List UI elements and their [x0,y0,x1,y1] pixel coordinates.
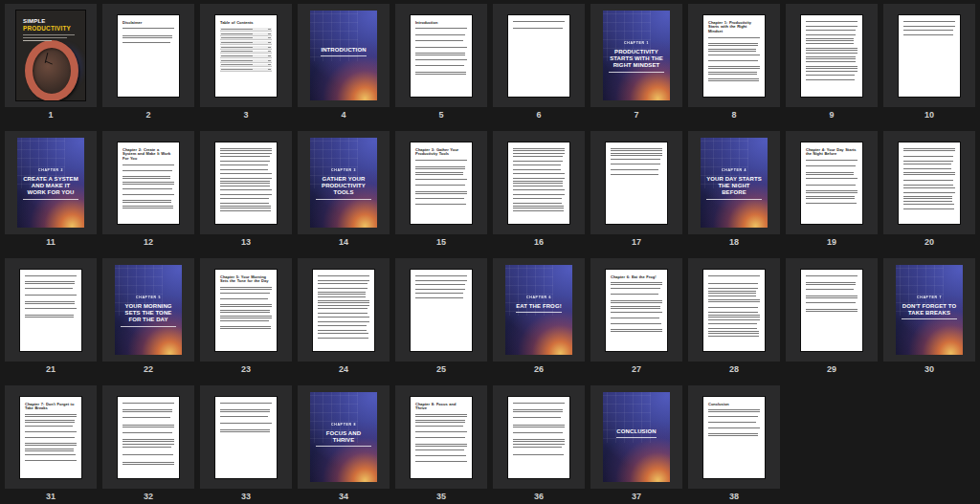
chapter-number-label: CHAPTER 6 [526,296,551,299]
text-page-thumbnail: Introduction [411,15,472,97]
book-subtitle-line [23,34,75,35]
page-thumbnail-16[interactable] [493,131,585,234]
page-thumbnail-26[interactable]: CHAPTER 6EAT THE FROG! [493,258,585,362]
page-thumbnail-34[interactable]: CHAPTER 8FOCUS AND THRIVE [298,385,390,489]
page-thumbnail-5[interactable]: Introduction [395,4,487,107]
paragraph-lines [806,296,858,300]
page-thumbnail-14[interactable]: CHAPTER 3GATHER YOUR PRODUCTIVITY TOOLS [298,131,390,234]
paragraph-lines [122,42,170,47]
chapter-cover-thumbnail: CHAPTER 2CREATE A SYSTEM AND MAKE IT WOR… [17,138,84,228]
page-heading-text: Chapter 6: Eat the Frog! [611,275,662,280]
page-thumbnail-3[interactable]: Table of Contents [200,4,292,107]
paragraph-lines [122,170,172,174]
chapter-cover-thumbnail: INTRODUCTION [310,11,377,100]
paragraph-lines [220,416,268,421]
paragraph-lines [318,300,369,306]
paragraph-lines [415,179,467,183]
page-thumbnail-1[interactable]: SIMPLEPRODUCTIVITY [5,4,97,107]
page-cell: Table of Contents3 [200,4,292,121]
paragraph-lines [806,21,858,28]
text-page-thumbnail [215,397,277,478]
page-thumbnail-28[interactable] [688,258,780,362]
page-thumbnail-25[interactable] [395,258,487,362]
text-page-thumbnail [20,270,81,351]
paragraph-lines [415,204,466,208]
paragraph-lines [220,156,270,162]
page-thumbnail-7[interactable]: CHAPTER 1PRODUCTIVITY STARTS WITH THE RI… [590,4,682,107]
paragraph-lines [415,420,465,424]
page-thumbnail-12[interactable]: Chapter 2: Create a System and Make It W… [102,131,194,234]
paragraph-lines [220,298,268,301]
page-thumbnail-18[interactable]: CHAPTER 4YOUR DAY STARTS THE NIGHT BEFOR… [688,131,780,234]
paragraph-lines [806,190,858,194]
paragraph-lines [708,72,757,76]
page-thumbnail-37[interactable]: CONCLUSION [590,385,682,489]
page-number-label: 37 [590,492,682,502]
book-title-line2: PRODUCTIVITY [23,25,78,33]
page-thumbnail-38[interactable]: Conclusion [688,385,780,489]
paragraph-lines [611,312,662,316]
page-thumbnail-15[interactable]: Chapter 3: Gather Your Productivity Tool… [395,131,487,234]
page-thumbnail-32[interactable] [102,385,194,489]
page-number-label: 17 [590,237,682,248]
page-thumbnail-10[interactable] [883,4,975,107]
page-thumbnail-33[interactable] [200,385,292,489]
page-thumbnail-23[interactable]: Chapter 5: Your Morning Sets the Tone fo… [200,258,292,362]
toc-entry-row [220,46,272,50]
text-page-thumbnail [118,397,179,478]
paragraph-lines [513,21,565,26]
chapter-number-label: CHAPTER 7 [917,296,942,299]
paragraph-lines [708,323,757,329]
paragraph-lines [903,172,955,178]
page-number-label: 22 [102,364,194,375]
paragraph-lines [415,185,465,188]
page-thumbnail-29[interactable] [786,258,878,362]
chapter-cover-thumbnail: CONCLUSION [603,392,670,482]
paragraph-lines [903,21,955,28]
page-thumbnail-9[interactable] [786,4,878,107]
paragraph-lines [708,409,760,413]
paragraph-lines [122,417,170,422]
toc-entry-row [220,64,272,68]
page-thumbnail-8[interactable]: Chapter 1: Productivity Starts with the … [688,4,780,107]
paragraph-lines [903,164,951,169]
page-thumbnail-22[interactable]: CHAPTER 5YOUR MORNING SETS THE TONE FOR … [102,258,194,362]
page-thumbnail-27[interactable]: Chapter 6: Eat the Frog! [590,258,682,362]
page-number-label: 2 [102,110,194,121]
page-thumbnail-19[interactable]: Chapter 4: Your Day Starts the Night Bef… [786,131,878,234]
paragraph-lines [806,38,854,45]
page-thumbnail-30[interactable]: CHAPTER 7DON'T FORGET TO TAKE BREAKS [883,258,975,362]
paragraph-lines [611,294,658,297]
page-thumbnail-36[interactable] [493,385,585,489]
chapter-cover-content: CHAPTER 7DON'T FORGET TO TAKE BREAKS [896,265,963,355]
page-number-label: 34 [298,492,390,502]
page-thumbnail-2[interactable]: Disclaimer [102,4,194,107]
page-cell: SIMPLEPRODUCTIVITY1 [5,4,97,121]
paragraph-lines [415,198,464,202]
page-thumbnail-24[interactable] [298,258,390,362]
paragraph-lines [903,156,953,162]
page-cell: INTRODUCTION4 [298,4,390,121]
paragraph-lines [806,75,855,81]
chapter-cover-title: YOUR MORNING SETS THE TONE FOR THE DAY [121,303,176,327]
page-thumbnail-21[interactable] [5,258,97,362]
page-thumbnail-11[interactable]: CHAPTER 2CREATE A SYSTEM AND MAKE IT WOR… [5,131,97,234]
page-thumbnail-13[interactable] [200,131,292,234]
page-heading-text: Chapter 2: Create a System and Make It W… [122,148,174,162]
paragraph-lines [415,461,467,465]
page-thumbnail-20[interactable] [883,131,975,234]
page-thumbnail-31[interactable]: Chapter 7: Don't Forget to Take Breaks [5,385,97,489]
paragraph-lines [611,318,659,321]
paragraph-lines [708,283,758,289]
text-page-thumbnail [703,270,765,351]
paragraph-lines [903,180,953,186]
page-cell: Chapter 1: Productivity Starts with the … [688,4,780,121]
paragraph-lines [708,49,756,53]
toc-entry-row [220,68,272,72]
paragraph-lines [806,309,858,314]
page-thumbnail-35[interactable]: Chapter 8: Focus and Thrive [395,385,487,489]
page-number-label: 8 [688,110,780,121]
page-thumbnail-6[interactable] [493,4,585,107]
page-thumbnail-4[interactable]: INTRODUCTION [298,4,390,107]
page-thumbnail-17[interactable] [590,131,682,234]
